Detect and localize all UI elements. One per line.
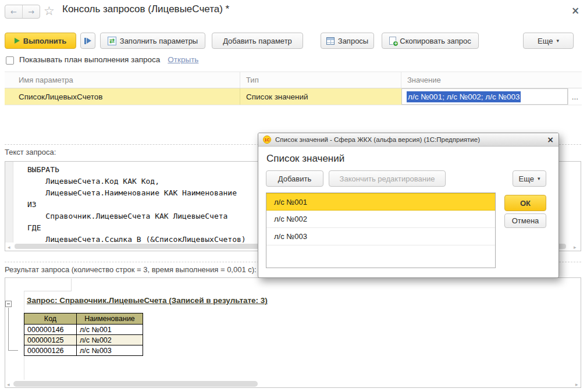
tree-line-vertical bbox=[8, 308, 9, 350]
result-cell[interactable]: 000000126 bbox=[24, 345, 77, 356]
add-parameter-button[interactable]: Добавить параметр bbox=[212, 33, 303, 49]
query-line: ЛицевыеСчета.Наименование КАК Наименован… bbox=[27, 188, 246, 200]
param-type-cell[interactable]: Список значений bbox=[240, 88, 401, 105]
params-col-value: Значение bbox=[401, 76, 582, 84]
tree-line-horizontal bbox=[8, 350, 18, 351]
list-item[interactable]: л/с №003 bbox=[266, 228, 495, 245]
fill-parameters-label: Заполнить параметры bbox=[120, 37, 198, 45]
more-label: Еще bbox=[519, 174, 534, 183]
scroll-left-icon[interactable]: ◂ bbox=[7, 382, 10, 387]
add-value-label: Добавить bbox=[278, 174, 311, 183]
param-value-ellipsis-button[interactable]: ... bbox=[568, 88, 582, 105]
params-table-row[interactable]: СписокЛицевыхСчетов Список значений л/с … bbox=[5, 88, 582, 105]
scroll-right-icon[interactable]: ▸ bbox=[575, 382, 578, 387]
scroll-left-icon[interactable]: ◂ bbox=[8, 244, 10, 250]
params-col-type: Тип bbox=[240, 72, 401, 88]
param-name-cell[interactable]: СписокЛицевыхСчетов bbox=[5, 88, 240, 105]
chevron-down-icon: ▾ bbox=[538, 176, 540, 181]
dialog-heading: Список значений bbox=[266, 153, 344, 165]
scroll-right-icon[interactable]: ▸ bbox=[574, 244, 577, 250]
table-grid-icon bbox=[326, 37, 335, 45]
table-row: 000000146 л/с №001 bbox=[24, 325, 143, 335]
table-row: 000000125 л/с №002 bbox=[24, 335, 143, 345]
fill-parameters-button[interactable]: ⇄ Заполнить параметры bbox=[100, 33, 205, 49]
refresh-icon: ⇄ bbox=[108, 37, 116, 45]
cancel-button[interactable]: Отмена bbox=[504, 213, 546, 228]
queries-label: Запросы bbox=[338, 37, 368, 45]
result-hscrollbar-thumb[interactable] bbox=[13, 381, 258, 387]
table-row: 000000126 л/с №003 bbox=[24, 345, 143, 356]
query-text-label: Текст запроса: bbox=[5, 148, 56, 156]
forward-button[interactable]: → bbox=[23, 5, 40, 18]
window-close-icon[interactable]: × bbox=[571, 5, 579, 16]
result-cell[interactable]: л/с №002 bbox=[77, 335, 143, 345]
spreadsheet-empty-cell[interactable] bbox=[24, 279, 72, 291]
step-execute-button[interactable] bbox=[80, 33, 95, 49]
history-nav-group: ← → bbox=[5, 5, 40, 19]
cancel-label: Отмена bbox=[512, 216, 539, 225]
step-icon bbox=[84, 38, 91, 44]
result-spreadsheet[interactable]: Запрос: Справочник.ЛицевыеСчета (Записей… bbox=[5, 277, 581, 388]
more-button-main[interactable]: Еще ▾ bbox=[523, 33, 574, 49]
execute-label: Выполнить bbox=[23, 37, 66, 45]
result-header-row: Код Наименование bbox=[24, 313, 143, 325]
favorite-star-icon[interactable]: ☆ bbox=[44, 4, 55, 18]
result-cell[interactable]: 000000146 bbox=[24, 325, 77, 335]
query-line: ИЗ bbox=[27, 200, 246, 212]
back-arrow-icon: ← bbox=[10, 8, 17, 16]
result-label: Результат запроса (количество строк = 3,… bbox=[5, 265, 257, 274]
result-col-name[interactable]: Наименование bbox=[77, 313, 143, 325]
list-item[interactable]: л/с №001 bbox=[266, 193, 495, 211]
result-col-code[interactable]: Код bbox=[24, 313, 77, 325]
dialog-title: Список значений - Сфера ЖКХ (альфа верси… bbox=[275, 136, 543, 143]
ok-label: ОК bbox=[520, 199, 531, 208]
params-table-header: Имя параметра Тип Значение bbox=[5, 72, 582, 88]
copy-query-button[interactable]: + Скопировать запрос bbox=[382, 33, 479, 49]
chevron-down-icon: ▾ bbox=[556, 38, 559, 44]
more-label: Еще bbox=[538, 37, 553, 45]
ok-button[interactable]: ОК bbox=[504, 195, 546, 211]
param-value-selected-text: л/с №001; л/с №002; л/с №003 bbox=[407, 91, 521, 102]
value-list-dialog: 1С Список значений - Сфера ЖКХ (альфа ве… bbox=[258, 133, 559, 278]
result-table: Код Наименование 000000146 л/с №001 0000… bbox=[24, 313, 143, 356]
query-line: ЛицевыеСчета.Код КАК Код, bbox=[27, 177, 246, 188]
param-value-cell[interactable]: л/с №001; л/с №002; л/с №003 bbox=[401, 88, 568, 105]
dialog-close-icon[interactable]: × bbox=[547, 135, 554, 144]
list-item[interactable]: л/с №002 bbox=[266, 211, 495, 228]
query-line: ВЫБРАТЬ bbox=[27, 165, 246, 177]
finish-editing-label: Закончить редактирование bbox=[340, 174, 435, 183]
page-title: Консоль запросов (ЛицевыеСчета) * bbox=[62, 3, 229, 15]
tree-collapse-button[interactable] bbox=[5, 301, 12, 307]
back-button[interactable]: ← bbox=[5, 5, 23, 18]
editor-gutter bbox=[5, 162, 13, 243]
result-query-heading[interactable]: Запрос: Справочник.ЛицевыеСчета (Записей… bbox=[27, 296, 268, 305]
query-line: ГДЕ bbox=[27, 223, 246, 235]
queries-button[interactable]: Запросы bbox=[321, 33, 374, 49]
result-cell[interactable]: л/с №003 bbox=[77, 345, 143, 356]
more-button-dialog[interactable]: Еще ▾ bbox=[513, 170, 546, 187]
open-plan-link[interactable]: Открыть bbox=[168, 55, 198, 64]
result-cell[interactable]: л/с №001 bbox=[77, 325, 143, 335]
copy-document-icon: + bbox=[389, 37, 396, 45]
1c-logo-icon: 1С bbox=[263, 136, 271, 144]
show-plan-label: Показывать план выполнения запроса bbox=[19, 55, 160, 64]
result-cell[interactable]: 000000125 bbox=[24, 335, 77, 345]
query-line: Справочник.ЛицевыеСчета КАК ЛицевыеСчета bbox=[27, 212, 246, 223]
query-console-window: ← → ☆ Консоль запросов (ЛицевыеСчета) * … bbox=[0, 0, 587, 392]
query-code: ВЫБРАТЬ ЛицевыеСчета.Код КАК Код, Лицевы… bbox=[27, 165, 246, 247]
dialog-titlebar[interactable]: 1С Список значений - Сфера ЖКХ (альфа ве… bbox=[258, 133, 558, 147]
play-icon bbox=[15, 38, 20, 44]
add-value-button[interactable]: Добавить bbox=[266, 170, 323, 187]
copy-query-label: Скопировать запрос bbox=[400, 37, 471, 45]
params-col-name: Имя параметра bbox=[5, 72, 240, 88]
execute-button[interactable]: Выполнить bbox=[5, 33, 76, 49]
plus-badge-icon: + bbox=[393, 41, 399, 47]
finish-editing-button[interactable]: Закончить редактирование bbox=[329, 170, 446, 187]
add-parameter-label: Добавить параметр bbox=[223, 37, 292, 45]
forward-arrow-icon: → bbox=[28, 8, 34, 16]
show-plan-checkbox[interactable] bbox=[6, 56, 14, 65]
value-list: л/с №001 л/с №002 л/с №003 bbox=[266, 193, 496, 268]
